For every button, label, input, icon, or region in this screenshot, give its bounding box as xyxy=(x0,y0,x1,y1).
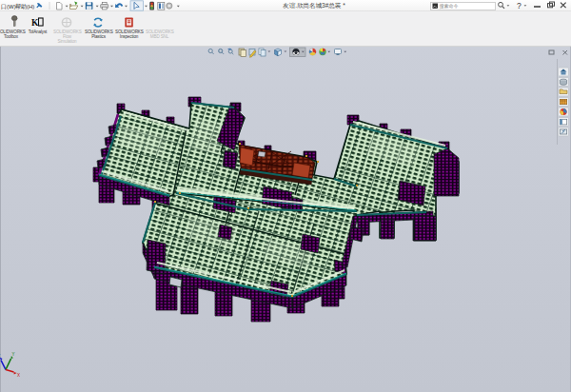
svg-text:Z: Z xyxy=(0,354,1,359)
svg-text:K: K xyxy=(31,18,39,28)
svg-text:X: X xyxy=(17,373,20,378)
svg-text:Y: Y xyxy=(12,352,15,357)
svg-text:?: ? xyxy=(517,1,522,10)
